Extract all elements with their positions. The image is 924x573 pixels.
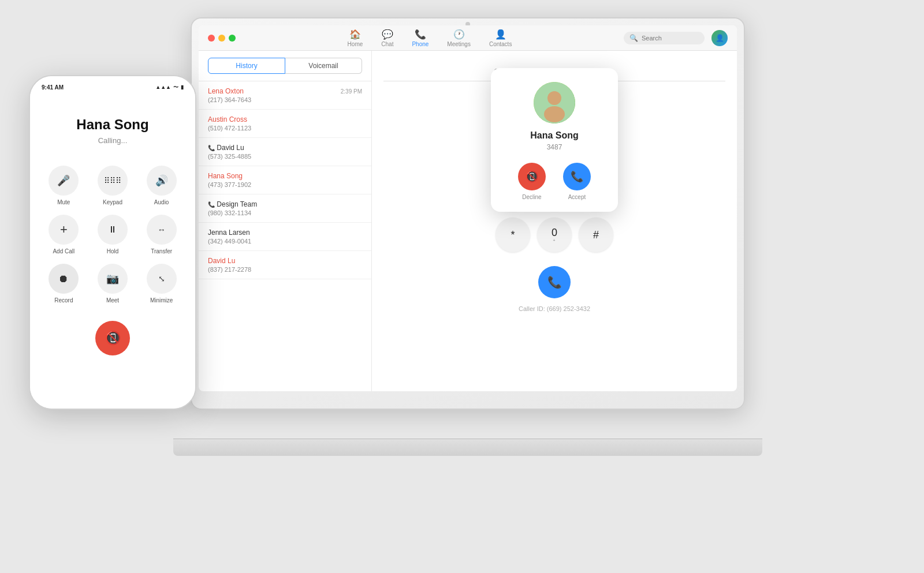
scene: 9:41 AM ▲▲▲ 〜 ▮ Hana Song Calling... 🎤 M… <box>0 0 924 573</box>
nav-contacts-label: Contacts <box>489 41 512 47</box>
history-panel: History Voicemail Lena Oxton 2:39 PM (21… <box>199 51 372 391</box>
decline-action: 📵 Decline <box>518 163 546 200</box>
list-item[interactable]: David Lu (837) 217-2278 <box>199 251 371 279</box>
minimize-label: Minimize <box>150 297 173 304</box>
history-item-top: Jenna Larsen <box>208 229 362 237</box>
decline-button[interactable]: 📵 <box>518 163 546 190</box>
phone-ctrl-hold: ⏸ Hold <box>93 215 133 254</box>
phone-icons: ▲▲▲ 〜 ▮ <box>155 84 184 91</box>
audio-button[interactable]: 🔊 <box>147 166 177 196</box>
phone-ctrl-meet: 📷 Meet <box>93 264 133 304</box>
phone-call-status: Calling... <box>76 136 148 145</box>
history-item-top: Hana Song <box>208 172 362 180</box>
decline-label: Decline <box>522 194 541 200</box>
history-name: 📞 David Lu <box>208 144 244 152</box>
meetings-icon: 🕐 <box>453 29 465 40</box>
history-number: (837) 217-2278 <box>208 266 362 273</box>
search-icon: 🔍 <box>629 34 638 42</box>
tab-history[interactable]: History <box>208 58 285 74</box>
nav-phone[interactable]: 📞 Phone <box>412 29 429 47</box>
nav-home[interactable]: 🏠 Home <box>348 29 363 47</box>
phone-ctrl-transfer: ↔️ Transfer <box>141 215 181 254</box>
app-nav: 🏠 Home 💬 Chat 📞 Phone 🕐 <box>236 29 624 47</box>
nav-chat[interactable]: 💬 Chat <box>381 29 393 47</box>
mute-button[interactable]: 🎤 <box>49 166 79 196</box>
laptop-body: 🏠 Home 💬 Chat 📞 Phone 🕐 <box>191 17 745 410</box>
accept-button[interactable]: 📞 <box>563 163 591 190</box>
user-avatar[interactable]: 👤 <box>711 30 728 46</box>
call-icon: 📞 <box>208 145 215 151</box>
add-call-label: Add Call <box>53 248 74 254</box>
accept-label: Accept <box>568 194 586 200</box>
history-number: (573) 325-4885 <box>208 153 362 160</box>
caller-avatar <box>534 82 575 123</box>
history-time: 2:39 PM <box>341 88 362 95</box>
nav-contacts[interactable]: 👤 Contacts <box>489 29 512 47</box>
call-button[interactable]: 📞 <box>538 266 571 298</box>
history-number: (342) 449-0041 <box>208 238 362 245</box>
laptop-device: 🏠 Home 💬 Chat 📞 Phone 🕐 <box>191 17 745 456</box>
battery-icon: ▮ <box>181 84 184 90</box>
nav-home-label: Home <box>348 41 363 47</box>
hold-button[interactable]: ⏸ <box>98 215 128 245</box>
meet-button[interactable]: 📷 <box>98 264 128 294</box>
transfer-button[interactable]: ↔️ <box>147 215 177 245</box>
record-button[interactable]: ⏺ <box>49 264 79 294</box>
audio-label: Audio <box>154 199 169 205</box>
history-item-top: 📞 Design Team <box>208 200 362 208</box>
list-item[interactable]: 📞 David Lu (573) 325-4885 <box>199 138 371 166</box>
contacts-icon: 👤 <box>495 29 506 40</box>
history-tabs: History Voicemail <box>199 51 371 81</box>
keypad-button[interactable]: ⠿⠿⠿ <box>98 166 128 196</box>
fullscreen-button[interactable] <box>229 35 236 42</box>
dial-star[interactable]: * <box>495 218 530 252</box>
app-titlebar: 🏠 Home 💬 Chat 📞 Phone 🕐 <box>199 25 737 51</box>
phone-nav-icon: 📞 <box>415 29 426 40</box>
end-call-button[interactable]: 📵 <box>95 321 130 355</box>
search-bar[interactable]: 🔍 <box>624 32 705 44</box>
list-item[interactable]: Austin Cross (510) 472-1123 <box>199 110 371 138</box>
search-input[interactable] <box>642 35 699 42</box>
phone-caller-name: Hana Song <box>76 117 148 133</box>
laptop-base <box>173 439 762 456</box>
list-item[interactable]: Jenna Larsen (342) 449-0041 <box>199 223 371 251</box>
minimize-button[interactable]: ⤡ <box>147 264 177 294</box>
meet-label: Meet <box>106 297 119 304</box>
incoming-call-overlay: Hana Song 3487 📵 Decline 📞 Accept <box>491 68 618 212</box>
phone-ctrl-record: ⏺ Record <box>44 264 84 304</box>
transfer-label: Transfer <box>151 248 172 254</box>
phone-screen: Hana Song Calling... 🎤 Mute ⠿⠿⠿ Keypad 🔊… <box>30 93 195 409</box>
traffic-lights <box>208 35 236 42</box>
phone-device: 9:41 AM ▲▲▲ 〜 ▮ Hana Song Calling... 🎤 M… <box>29 75 196 410</box>
history-number: (510) 472-1123 <box>208 125 362 132</box>
call-icon: 📞 <box>208 201 215 208</box>
list-item[interactable]: 📞 Design Team (980) 332-1134 <box>199 194 371 223</box>
history-name: Austin Cross <box>208 115 247 123</box>
tab-voicemail[interactable]: Voicemail <box>285 58 362 74</box>
keypad-label: Keypad <box>103 199 122 205</box>
add-call-button[interactable]: + <box>49 215 79 245</box>
minimize-window-button[interactable] <box>218 35 225 42</box>
list-item[interactable]: Lena Oxton 2:39 PM (217) 364-7643 <box>199 81 371 110</box>
svg-point-2 <box>544 106 565 122</box>
dial-0[interactable]: 0+ <box>537 218 572 252</box>
incoming-caller-ext: 3487 <box>547 143 562 151</box>
mute-label: Mute <box>57 199 70 205</box>
phone-ctrl-addcall: + Add Call <box>44 215 84 254</box>
phone-time: 9:41 AM <box>42 84 64 91</box>
phone-ctrl-keypad: ⠿⠿⠿ Keypad <box>93 166 133 205</box>
history-number: (980) 332-1134 <box>208 209 362 216</box>
nav-meetings[interactable]: 🕐 Meetings <box>447 29 471 47</box>
phone-call-header: Hana Song Calling... <box>76 93 148 156</box>
list-item[interactable]: Hana Song (473) 377-1902 <box>199 166 371 194</box>
history-list: Lena Oxton 2:39 PM (217) 364-7643 Austin… <box>199 81 371 391</box>
history-number: (473) 377-1902 <box>208 181 362 188</box>
history-item-top: Lena Oxton 2:39 PM <box>208 87 362 95</box>
call-actions: 📵 Decline 📞 Accept <box>518 163 591 200</box>
incoming-caller-name: Hana Song <box>530 130 579 141</box>
history-name: Lena Oxton <box>208 87 244 95</box>
history-name: David Lu <box>208 257 235 265</box>
close-button[interactable] <box>208 35 215 42</box>
dial-hash[interactable]: # <box>579 218 613 252</box>
signal-icon: ▲▲▲ <box>155 84 171 90</box>
